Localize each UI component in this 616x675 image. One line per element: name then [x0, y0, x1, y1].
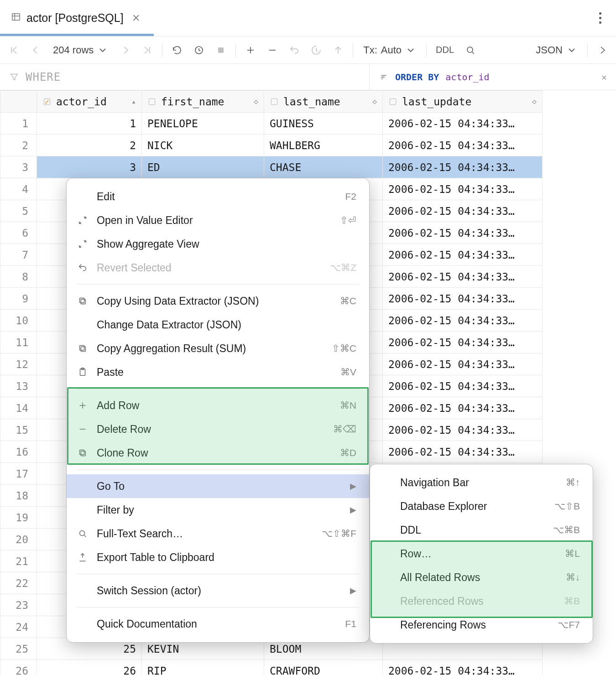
cell-last-update[interactable]: 2006-02-15 04:34:33…: [383, 419, 543, 441]
reload-button[interactable]: [167, 40, 187, 60]
cell-last-update[interactable]: 2006-02-15 04:34:33…: [383, 353, 543, 375]
cell-last-update[interactable]: 2006-02-15 04:34:33…: [383, 397, 543, 419]
cell-last-name[interactable]: CHASE: [264, 156, 383, 178]
menu-full-text-search[interactable]: Full-Text Search…⌥⇧⌘F: [67, 522, 369, 545]
stop-button[interactable]: [211, 40, 231, 60]
cell-first-name[interactable]: ED: [142, 156, 264, 178]
search-button[interactable]: [460, 40, 480, 60]
submenu-navigation-bar[interactable]: Navigation Bar⌘↑: [370, 471, 593, 494]
menu-revert-selected: Revert Selected⌥⌘Z: [67, 256, 369, 280]
submenu-referencing-rows[interactable]: Referencing Rows⌥F7: [370, 613, 593, 637]
cell-last-update[interactable]: 2006-02-15 04:34:33…: [383, 441, 543, 463]
cell-last-update[interactable]: 2006-02-15 04:34:33…: [383, 178, 543, 200]
menu-switch-session[interactable]: Switch Session (actor)▶: [67, 579, 369, 602]
svg-rect-8: [149, 99, 155, 104]
key-column-icon: [42, 97, 52, 106]
menu-copy-extractor[interactable]: Copy Using Data Extractor (JSON)⌘C: [67, 289, 369, 313]
tab-close-icon[interactable]: ✕: [129, 12, 143, 24]
svg-rect-10: [390, 99, 396, 104]
clear-order-icon[interactable]: ✕: [601, 72, 607, 83]
format-label: JSON: [536, 44, 563, 56]
menu-open-value-editor[interactable]: Open in Value Editor⇧⏎: [67, 208, 369, 232]
editor-tab[interactable]: actor [PostgreSQL] ✕: [0, 0, 154, 36]
format-dropdown[interactable]: JSON: [530, 44, 583, 56]
column-name: last_update: [402, 96, 471, 108]
cell-first-name[interactable]: PENELOPE: [142, 113, 264, 135]
menu-show-aggregate[interactable]: Show Aggregate View: [67, 232, 369, 256]
menu-change-extractor[interactable]: Change Data Extractor (JSON): [67, 313, 369, 337]
menu-add-row[interactable]: Add Row⌘N: [67, 394, 369, 417]
table-row[interactable]: 11PENELOPEGUINESS2006-02-15 04:34:33…: [0, 113, 543, 135]
revert-button[interactable]: [284, 40, 304, 60]
row-gutter: 8: [0, 266, 37, 288]
cell-last-update[interactable]: 2006-02-15 04:34:33…: [383, 266, 543, 288]
next-page-button[interactable]: [115, 40, 136, 60]
submenu-all-related-rows[interactable]: All Related Rows⌘↓: [370, 566, 593, 589]
row-gutter: 20: [0, 529, 37, 550]
table-row[interactable]: 33EDCHASE2006-02-15 04:34:33…: [0, 156, 543, 178]
cell-actor-id[interactable]: 26: [37, 660, 142, 675]
submit-button[interactable]: [306, 40, 326, 60]
cell-last-update[interactable]: 2006-02-15 04:34:33…: [383, 113, 543, 135]
cell-last-name[interactable]: GUINESS: [264, 113, 383, 135]
column-header-actor-id[interactable]: actor_id ▴: [37, 91, 142, 113]
first-page-button[interactable]: [4, 40, 24, 60]
delete-row-button[interactable]: [262, 40, 282, 60]
cell-actor-id[interactable]: 1: [37, 113, 142, 135]
cell-last-update[interactable]: 2006-02-15 04:34:33…: [383, 375, 543, 397]
column-header-last-name[interactable]: last_name ◇: [264, 91, 383, 113]
row-gutter: 23: [0, 594, 37, 616]
column-icon: [147, 97, 157, 106]
column-header-last-update[interactable]: last_update ◇: [383, 91, 543, 113]
row-gutter: 19: [0, 507, 37, 529]
upload-button[interactable]: [328, 40, 348, 60]
menu-filter-by[interactable]: Filter by▶: [67, 498, 369, 522]
auto-refresh-button[interactable]: [189, 40, 209, 60]
order-by-input[interactable]: ORDER BY actor_id ✕: [370, 64, 616, 90]
cell-first-name[interactable]: RIP: [142, 660, 264, 675]
order-key: ORDER BY: [395, 72, 439, 83]
order-column: actor_id: [445, 72, 489, 83]
sort-icon: [379, 72, 389, 82]
submenu-arrow-icon: ▶: [350, 505, 356, 515]
column-header-first-name[interactable]: first_name ◇: [142, 91, 264, 113]
cell-last-update[interactable]: 2006-02-15 04:34:33…: [383, 200, 543, 222]
cell-last-update[interactable]: 2006-02-15 04:34:33…: [383, 222, 543, 244]
cell-last-name[interactable]: WAHLBERG: [264, 135, 383, 156]
menu-delete-row[interactable]: Delete Row⌘⌫: [67, 417, 369, 441]
cell-first-name[interactable]: NICK: [142, 135, 264, 156]
row-count-dropdown[interactable]: 204 rows: [47, 44, 114, 56]
table-row[interactable]: 22NICKWAHLBERG2006-02-15 04:34:33…: [0, 135, 543, 156]
tab-title: actor [PostgreSQL]: [26, 11, 124, 25]
submenu-arrow-icon: ▶: [350, 586, 356, 596]
cell-last-update[interactable]: 2006-02-15 04:34:33…: [383, 288, 543, 310]
last-page-button[interactable]: [137, 40, 157, 60]
menu-go-to[interactable]: Go To▶: [67, 474, 369, 498]
cell-last-update[interactable]: 2006-02-15 04:34:33…: [383, 332, 543, 353]
where-input[interactable]: WHERE: [0, 64, 370, 90]
cell-actor-id[interactable]: 3: [37, 156, 142, 178]
menu-export-clipboard[interactable]: Export Table to Clipboard: [67, 545, 369, 569]
add-row-button[interactable]: [240, 40, 261, 60]
cell-last-update[interactable]: 2006-02-15 04:34:33…: [383, 310, 543, 332]
menu-paste[interactable]: Paste⌘V: [67, 360, 369, 384]
menu-copy-aggregation[interactable]: Copy Aggregation Result (SUM)⇧⌘C: [67, 337, 369, 360]
cell-actor-id[interactable]: 2: [37, 135, 142, 156]
more-menu-icon[interactable]: [594, 12, 607, 24]
submenu-database-explorer[interactable]: Database Explorer⌥⇧B: [370, 494, 593, 518]
expand-button[interactable]: [592, 40, 612, 60]
table-row[interactable]: 2626RIPCRAWFORD2006-02-15 04:34:33…: [0, 660, 543, 675]
submenu-ddl[interactable]: DDL⌥⌘B: [370, 518, 593, 542]
submenu-row[interactable]: Row…⌘L: [370, 542, 593, 566]
menu-clone-row[interactable]: Clone Row⌘D: [67, 441, 369, 465]
ddl-button[interactable]: DDL: [431, 40, 459, 60]
cell-last-update[interactable]: 2006-02-15 04:34:33…: [383, 156, 543, 178]
menu-quick-doc[interactable]: Quick DocumentationF1: [67, 612, 369, 636]
tx-mode-dropdown[interactable]: Tx: Auto: [358, 44, 422, 56]
cell-last-name[interactable]: CRAWFORD: [264, 660, 383, 675]
cell-last-update[interactable]: 2006-02-15 04:34:33…: [383, 135, 543, 156]
prev-page-button[interactable]: [26, 40, 46, 60]
cell-last-update[interactable]: 2006-02-15 04:34:33…: [383, 244, 543, 266]
menu-edit[interactable]: EditF2: [67, 185, 369, 208]
cell-last-update[interactable]: 2006-02-15 04:34:33…: [383, 660, 543, 675]
